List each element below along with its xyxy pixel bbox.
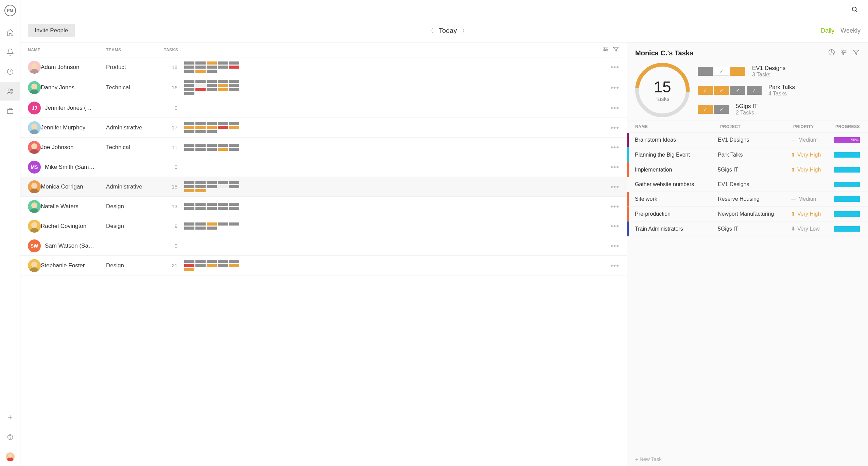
col-teams[interactable]: TEAMS bbox=[106, 48, 164, 52]
project-name: EV1 Designs bbox=[752, 65, 785, 72]
person-row[interactable]: Danny Jones Technical 16 ••• bbox=[20, 77, 627, 98]
task-project: Newport Manufacturing bbox=[718, 211, 791, 217]
row-menu-icon[interactable]: ••• bbox=[610, 222, 619, 231]
person-row[interactable]: SWSam Watson (Sa… 0 ••• bbox=[20, 236, 627, 256]
project-name: Park Talks bbox=[768, 84, 795, 91]
nav-add[interactable] bbox=[0, 408, 20, 427]
people-panel: NAME TEAMS TASKS Adam Johnson Product 18… bbox=[20, 42, 627, 466]
filter-icon[interactable] bbox=[852, 49, 860, 57]
row-menu-icon[interactable]: ••• bbox=[610, 241, 619, 250]
person-row[interactable]: MSMike Smith (Sam… 0 ••• bbox=[20, 157, 627, 177]
task-count: 16 bbox=[172, 85, 177, 90]
next-day-button[interactable]: 〉 bbox=[462, 26, 468, 35]
row-menu-icon[interactable]: ••• bbox=[610, 63, 619, 72]
tcol-progress[interactable]: PROGRESS bbox=[831, 124, 860, 129]
detail-panel: Monica C.'s Tasks 15 Tasks bbox=[627, 42, 868, 466]
invite-button[interactable]: Invite People bbox=[28, 24, 75, 37]
person-row[interactable]: Rachel Covington Design 9 ••• bbox=[20, 216, 627, 236]
person-name: Stephanie Foster bbox=[41, 262, 85, 269]
priority-icon: ⬆ bbox=[791, 211, 795, 217]
task-name: Train Administrators bbox=[635, 226, 718, 232]
row-menu-icon[interactable]: ••• bbox=[610, 104, 619, 112]
person-row[interactable]: Stephanie Foster Design 21 ••• bbox=[20, 256, 627, 275]
nav-recent[interactable] bbox=[0, 62, 20, 81]
person-row[interactable]: Natalie Waters Design 13 ••• bbox=[20, 197, 627, 216]
person-team: Technical bbox=[106, 144, 130, 150]
search-icon[interactable] bbox=[851, 6, 858, 13]
tcol-project[interactable]: PROJECT bbox=[720, 124, 793, 129]
status-chip: ✓ bbox=[747, 86, 762, 95]
person-name: Mike Smith (Sam… bbox=[45, 164, 94, 171]
status-chip: ✓ bbox=[698, 105, 713, 114]
nav-help[interactable] bbox=[0, 428, 20, 446]
person-team: Design bbox=[106, 223, 124, 229]
task-row[interactable]: Site work Reserve Housing —Medium bbox=[627, 192, 868, 207]
svg-point-12 bbox=[845, 52, 846, 53]
task-name: Planning the Big Event bbox=[635, 152, 718, 158]
person-row[interactable]: Jennifer Murphey Administrative 17 ••• bbox=[20, 118, 627, 138]
nav-notifications[interactable] bbox=[0, 43, 20, 61]
task-row[interactable]: Gather website numbers EV1 Designs bbox=[627, 177, 868, 192]
task-count: 21 bbox=[172, 263, 177, 268]
person-team: Technical bbox=[106, 84, 130, 91]
task-project: EV1 Designs bbox=[718, 181, 791, 187]
svg-point-1 bbox=[8, 89, 10, 91]
task-project: 5Gigs IT bbox=[718, 226, 791, 232]
task-project: Reserve Housing bbox=[718, 196, 791, 202]
row-menu-icon[interactable]: ••• bbox=[610, 261, 619, 270]
task-row[interactable]: Train Administrators 5Gigs IT ⬇Very Low bbox=[627, 221, 868, 236]
row-menu-icon[interactable]: ••• bbox=[610, 202, 619, 211]
project-summary-row[interactable]: ✓✓5Gigs IT2 Tasks bbox=[698, 103, 860, 116]
row-menu-icon[interactable]: ••• bbox=[610, 123, 619, 132]
status-chip bbox=[698, 67, 713, 76]
ring-label: Tasks bbox=[656, 96, 670, 102]
person-row[interactable]: JJJennifer Jones (… 0 ••• bbox=[20, 98, 627, 118]
person-name: Sam Watson (Sa… bbox=[45, 243, 94, 249]
svg-point-11 bbox=[842, 50, 844, 52]
nav-user-avatar[interactable] bbox=[0, 448, 20, 466]
project-summary-row[interactable]: ✓✓✓✓Park Talks4 Tasks bbox=[698, 84, 860, 97]
person-name: Natalie Waters bbox=[41, 203, 79, 210]
task-count: 18 bbox=[172, 64, 177, 70]
person-row[interactable]: Monica Corrigan Administrative 15 ••• bbox=[20, 177, 627, 197]
view-weekly[interactable]: Weekly bbox=[840, 27, 861, 34]
task-blocks bbox=[184, 144, 242, 151]
project-summary-row[interactable]: ✓EV1 Designs3 Tasks bbox=[698, 65, 860, 78]
progress-bar bbox=[834, 182, 860, 187]
nav-team[interactable] bbox=[0, 82, 20, 101]
tcol-priority[interactable]: PRIORITY bbox=[793, 124, 831, 129]
task-row[interactable]: Implementation 5Gigs IT ⬆Very High bbox=[627, 162, 868, 177]
tcol-name[interactable]: NAME bbox=[635, 124, 720, 129]
new-task-button[interactable]: + New Task bbox=[627, 452, 868, 466]
prev-day-button[interactable]: 〈 bbox=[427, 26, 434, 35]
col-name[interactable]: NAME bbox=[28, 48, 106, 52]
chart-icon[interactable] bbox=[828, 49, 835, 57]
toolbar: Invite People 〈 Today 〉 Daily Weekly bbox=[20, 19, 868, 42]
row-menu-icon[interactable]: ••• bbox=[610, 143, 619, 152]
person-row[interactable]: Joe Johnson Technical 11 ••• bbox=[20, 138, 627, 157]
task-blocks bbox=[184, 61, 242, 73]
col-tasks[interactable]: TASKS bbox=[164, 48, 178, 52]
person-team: Design bbox=[106, 203, 124, 210]
priority-icon: ⬆ bbox=[791, 166, 795, 173]
svg-point-2 bbox=[11, 90, 13, 91]
nav-home[interactable] bbox=[0, 23, 20, 41]
status-chip: ✓ bbox=[714, 86, 729, 95]
task-row[interactable]: Pre-production Newport Manufacturing ⬆Ve… bbox=[627, 207, 868, 221]
settings-icon[interactable] bbox=[840, 49, 848, 57]
topbar bbox=[20, 0, 868, 19]
task-row[interactable]: Planning the Big Event Park Talks ⬆Very … bbox=[627, 147, 868, 162]
nav-portfolio[interactable] bbox=[0, 102, 20, 120]
progress-bar bbox=[834, 211, 860, 217]
row-menu-icon[interactable]: ••• bbox=[610, 83, 619, 92]
row-menu-icon[interactable]: ••• bbox=[610, 163, 619, 172]
row-menu-icon[interactable]: ••• bbox=[610, 182, 619, 191]
progress-bar bbox=[834, 196, 860, 202]
person-row[interactable]: Adam Johnson Product 18 ••• bbox=[20, 57, 627, 77]
settings-icon[interactable] bbox=[602, 46, 609, 54]
project-task-count: 3 Tasks bbox=[752, 72, 785, 78]
task-row[interactable]: Brainstorm Ideas EV1 Designs —Medium 50% bbox=[627, 133, 868, 147]
filter-icon[interactable] bbox=[612, 46, 619, 54]
priority-label: Very High bbox=[797, 167, 821, 173]
view-daily[interactable]: Daily bbox=[821, 27, 834, 34]
